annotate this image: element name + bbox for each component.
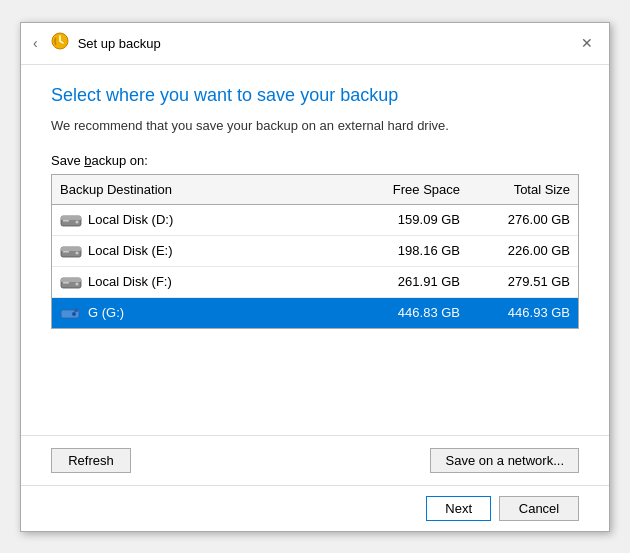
row-total-size: 446.93 GB — [468, 302, 578, 323]
table-row[interactable]: Local Disk (E:) 198.16 GB 226.00 GB — [52, 236, 578, 267]
table-body: Local Disk (D:) 159.09 GB 276.00 GB Loca… — [52, 205, 578, 328]
hdd-icon — [60, 212, 82, 228]
row-name: Local Disk (E:) — [52, 240, 358, 262]
svg-rect-6 — [61, 247, 81, 251]
svg-point-15 — [72, 312, 76, 316]
table-header: Backup Destination Free Space Total Size — [52, 175, 578, 205]
footer-bar: Next Cancel — [21, 485, 609, 531]
row-total-size: 276.00 GB — [468, 209, 578, 230]
svg-rect-12 — [63, 282, 69, 284]
dialog-content: Select where you want to save your backu… — [21, 65, 609, 435]
sub-text: We recommend that you save your backup o… — [51, 118, 579, 133]
hdd-icon — [60, 274, 82, 290]
page-heading: Select where you want to save your backu… — [51, 85, 579, 106]
title-bar: ‹ Set up backup ✕ — [21, 23, 609, 65]
row-free-space: 261.91 GB — [358, 271, 468, 292]
dialog-title: Set up backup — [78, 36, 161, 51]
row-name: G (G:) — [52, 302, 358, 324]
save-label: Save backup on: — [51, 153, 579, 168]
row-free-space: 198.16 GB — [358, 240, 468, 261]
table-row[interactable]: Local Disk (F:) 261.91 GB 279.51 GB — [52, 267, 578, 298]
svg-rect-4 — [63, 220, 69, 222]
row-name: Local Disk (D:) — [52, 209, 358, 231]
action-bar: Refresh Save on a network... — [21, 435, 609, 485]
svg-rect-14 — [74, 308, 78, 312]
backup-destinations-table: Backup Destination Free Space Total Size… — [51, 174, 579, 329]
row-free-space: 446.83 GB — [358, 302, 468, 323]
table-row[interactable]: Local Disk (D:) 159.09 GB 276.00 GB — [52, 205, 578, 236]
row-free-space: 159.09 GB — [358, 209, 468, 230]
table-row[interactable]: G (G:) 446.83 GB 446.93 GB — [52, 298, 578, 328]
svg-point-11 — [76, 282, 79, 285]
col-header-free: Free Space — [358, 179, 468, 200]
row-total-size: 279.51 GB — [468, 271, 578, 292]
refresh-button[interactable]: Refresh — [51, 448, 131, 473]
row-total-size: 226.00 GB — [468, 240, 578, 261]
col-header-total: Total Size — [468, 179, 578, 200]
svg-rect-10 — [61, 278, 81, 282]
row-disk-name: G (G:) — [88, 305, 124, 320]
svg-rect-2 — [61, 216, 81, 220]
save-on-network-button[interactable]: Save on a network... — [430, 448, 579, 473]
usb-drive-icon — [60, 305, 82, 321]
close-button[interactable]: ✕ — [577, 33, 597, 53]
back-button[interactable]: ‹ — [33, 35, 38, 51]
row-disk-name: Local Disk (D:) — [88, 212, 173, 227]
svg-point-7 — [76, 251, 79, 254]
svg-point-3 — [76, 220, 79, 223]
col-header-name: Backup Destination — [52, 179, 358, 200]
svg-rect-8 — [63, 251, 69, 253]
setup-backup-dialog: ‹ Set up backup ✕ Select where you want … — [20, 22, 610, 532]
next-button[interactable]: Next — [426, 496, 491, 521]
row-name: Local Disk (F:) — [52, 271, 358, 293]
hdd-icon — [60, 243, 82, 259]
row-disk-name: Local Disk (E:) — [88, 243, 173, 258]
row-disk-name: Local Disk (F:) — [88, 274, 172, 289]
cancel-button[interactable]: Cancel — [499, 496, 579, 521]
dialog-icon — [50, 31, 70, 56]
